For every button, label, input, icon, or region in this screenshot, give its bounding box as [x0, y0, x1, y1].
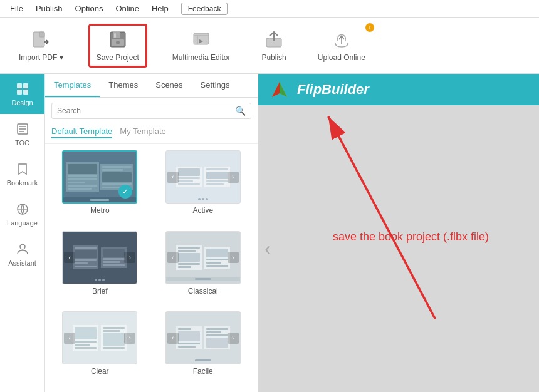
tab-templates[interactable]: Templates — [45, 74, 100, 97]
clear-prev-arrow[interactable]: ‹ — [64, 333, 75, 344]
design-label: Design — [11, 99, 33, 106]
save-project-label: Save Project — [97, 53, 139, 62]
template-facile[interactable]: ‹ — [155, 311, 252, 386]
publish-label: Publish — [261, 53, 286, 62]
tab-themes[interactable]: Themes — [100, 74, 147, 97]
sidebar-item-toc[interactable]: TOC — [0, 114, 44, 154]
panel: Templates Themes Scenes Settings 🔍 Defau… — [45, 74, 258, 392]
brief-prev-arrow[interactable]: ‹ — [64, 252, 75, 263]
facile-label: Facile — [193, 367, 213, 376]
svg-rect-3 — [113, 32, 120, 38]
canvas-prev-arrow[interactable]: ‹ — [264, 238, 271, 259]
import-pdf-button[interactable]: Import PDF ▾ — [13, 26, 70, 66]
facile-next-arrow[interactable]: › — [228, 333, 239, 344]
flipbuilder-title: FlipBuilder — [297, 81, 369, 98]
multimedia-editor-label: Multimedia Editor — [172, 53, 231, 62]
svg-rect-9 — [17, 83, 22, 88]
classical-next-arrow[interactable]: › — [228, 252, 239, 263]
svg-rect-10 — [23, 83, 28, 88]
template-active[interactable]: ‹ — [155, 150, 252, 225]
templates-grid: ✓ Metro ‹ — [45, 144, 258, 392]
svg-line-21 — [328, 116, 436, 319]
svg-rect-1 — [39, 32, 44, 37]
svg-rect-12 — [23, 90, 28, 95]
menu-file[interactable]: File — [5, 1, 28, 16]
language-label: Language — [7, 219, 38, 227]
sidebar-item-bookmark[interactable]: Bookmark — [0, 154, 44, 194]
toolbar: Import PDF ▾ Save Project Multimedia Edi… — [0, 18, 539, 74]
classical-label: Classical — [188, 287, 218, 296]
sidebar-icons: Design TOC Bookmark Language — [0, 74, 45, 392]
clear-next-arrow[interactable]: › — [124, 333, 135, 344]
multimedia-editor-button[interactable]: Multimedia Editor — [166, 26, 237, 66]
metro-label: Metro — [90, 206, 110, 215]
search-input[interactable] — [57, 106, 235, 115]
template-brief[interactable]: ‹ — [51, 231, 149, 306]
menu-bar: File Publish Options Online Help Feedbac… — [0, 0, 539, 18]
sub-tabs: Default Template My Template — [45, 124, 258, 144]
sidebar-item-design[interactable]: Design — [0, 74, 44, 114]
brief-next-arrow[interactable]: › — [124, 252, 135, 263]
flipbuilder-header: FlipBuilder — [258, 74, 539, 105]
main-layout: Design TOC Bookmark Language — [0, 74, 539, 392]
active-prev-arrow[interactable]: ‹ — [167, 172, 179, 183]
panel-tabs: Templates Themes Scenes Settings — [45, 74, 258, 98]
sub-tab-my[interactable]: My Template — [120, 126, 165, 138]
template-classical[interactable]: ‹ — [155, 231, 252, 306]
search-icon: 🔍 — [235, 106, 246, 116]
upload-online-label: Upload Online — [318, 53, 365, 62]
classical-prev-arrow[interactable]: ‹ — [167, 252, 179, 263]
tab-scenes[interactable]: Scenes — [147, 74, 191, 97]
sub-tab-default[interactable]: Default Template — [51, 126, 112, 138]
annotation-text: save the book project (.flbx file) — [333, 230, 489, 244]
active-next-arrow[interactable]: › — [228, 172, 239, 183]
feedback-button[interactable]: Feedback — [181, 3, 228, 15]
svg-rect-4 — [114, 33, 116, 38]
upload-badge: 1 — [365, 23, 374, 32]
template-clear[interactable]: ‹ — [51, 311, 149, 386]
template-metro[interactable]: ✓ Metro — [51, 150, 149, 225]
brief-label: Brief — [92, 287, 108, 296]
publish-button[interactable]: Publish — [255, 26, 292, 66]
content-area: FlipBuilder ‹ save the book project (.fl… — [258, 74, 539, 392]
active-label: Active — [192, 206, 213, 215]
tab-settings[interactable]: Settings — [192, 74, 239, 97]
upload-online-button[interactable]: 1 Upload Online — [311, 26, 372, 66]
annotation-arrow — [258, 105, 539, 392]
menu-publish[interactable]: Publish — [31, 1, 68, 16]
sidebar-item-language[interactable]: Language — [0, 194, 44, 234]
svg-point-6 — [116, 41, 120, 44]
clear-label: Clear — [91, 367, 109, 376]
save-project-button[interactable]: Save Project — [88, 24, 147, 68]
menu-online[interactable]: Online — [110, 1, 144, 16]
facile-prev-arrow[interactable]: ‹ — [167, 333, 179, 344]
import-pdf-label: Import PDF ▾ — [19, 53, 63, 62]
bookmark-label: Bookmark — [7, 179, 38, 187]
sidebar-item-assistant[interactable]: Assistant — [0, 234, 44, 274]
flipbuilder-logo-icon — [268, 78, 291, 101]
svg-rect-7 — [194, 33, 209, 44]
toc-label: TOC — [15, 139, 29, 147]
menu-options[interactable]: Options — [70, 1, 108, 16]
svg-point-19 — [20, 244, 25, 249]
menu-help[interactable]: Help — [147, 1, 174, 16]
assistant-label: Assistant — [8, 259, 36, 267]
search-box: 🔍 — [51, 103, 251, 119]
svg-rect-11 — [17, 90, 22, 95]
canvas-area: ‹ save the book project (.flbx file) — [258, 105, 539, 392]
